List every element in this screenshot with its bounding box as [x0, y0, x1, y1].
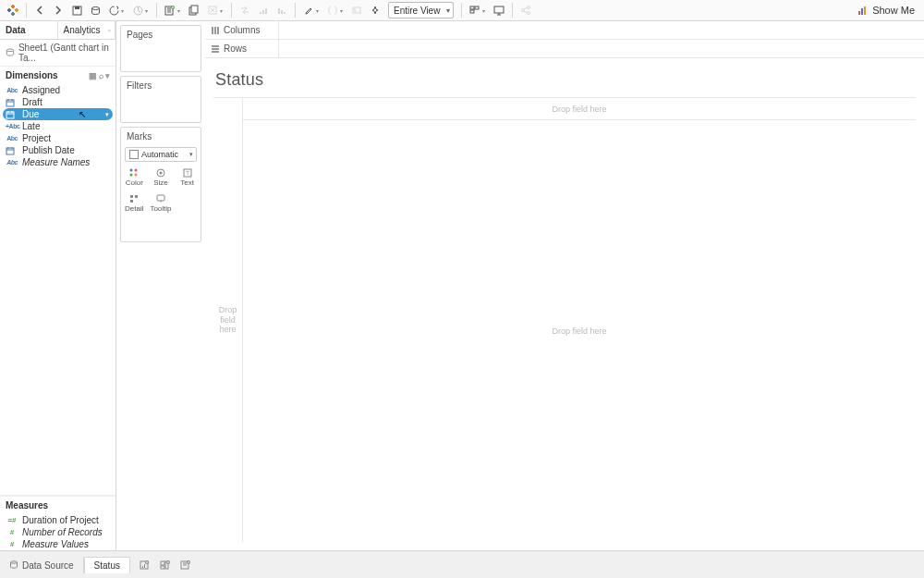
tableau-logo-icon[interactable] — [4, 1, 22, 19]
columns-shelf[interactable]: Columns — [205, 21, 924, 40]
cards-icon[interactable] — [466, 1, 484, 19]
svg-rect-47 — [135, 195, 138, 198]
marks-color-button[interactable]: Color — [121, 164, 148, 190]
svg-rect-36 — [6, 112, 14, 118]
field-late[interactable]: +AbcLate — [0, 120, 116, 132]
svg-rect-1 — [11, 6, 15, 7]
auto-update-icon[interactable] — [104, 1, 123, 19]
sort-desc-icon — [273, 1, 291, 19]
svg-rect-33 — [864, 6, 866, 15]
field-draft[interactable]: Draft — [0, 96, 116, 108]
svg-rect-58 — [142, 566, 143, 568]
svg-rect-51 — [214, 27, 216, 34]
toolbar: ▾ ▾ ▾ ▾ ▾ ▾ Entire View ▾ Show Me — [0, 0, 924, 21]
marks-detail-button[interactable]: Detail — [121, 190, 148, 215]
svg-rect-32 — [861, 8, 863, 15]
filters-shelf[interactable]: Filters — [120, 76, 201, 123]
swap-icon — [236, 1, 254, 19]
svg-rect-5 — [8, 8, 10, 12]
columns-icon — [211, 26, 220, 35]
labels-icon — [347, 1, 366, 19]
svg-rect-20 — [278, 8, 280, 14]
search-icon[interactable]: ⌕ — [99, 71, 103, 80]
drop-center-area[interactable]: Drop field here — [243, 120, 916, 542]
tab-data[interactable]: Data — [0, 21, 58, 39]
dropdown-icon[interactable]: ▾ — [316, 7, 323, 14]
field-measure-names[interactable]: AbcMeasure Names — [0, 156, 116, 168]
sheet-tab-status[interactable]: Status — [84, 557, 130, 573]
field-number-of-records[interactable]: #Number of Records — [0, 526, 116, 538]
pin-icon[interactable] — [366, 1, 384, 19]
run-icon — [128, 1, 147, 19]
marks-card: Marks Automatic Color Size T — [120, 127, 201, 242]
new-data-icon[interactable] — [86, 1, 104, 19]
automatic-mark-icon — [129, 150, 139, 159]
svg-rect-23 — [353, 7, 360, 13]
rows-shelf[interactable]: Rows — [205, 40, 924, 58]
detail-icon — [128, 193, 140, 204]
size-icon — [155, 167, 166, 178]
show-me-button[interactable]: Show Me — [852, 5, 920, 16]
marks-type-select[interactable]: Automatic — [125, 147, 197, 162]
svg-rect-54 — [212, 48, 219, 50]
pages-shelf[interactable]: Pages — [120, 25, 201, 72]
datasource-item[interactable]: Sheet1 (Gantt chart in Ta... — [0, 40, 116, 66]
back-icon[interactable] — [30, 1, 49, 19]
field-due[interactable]: Due↖ — [3, 108, 113, 120]
field-project[interactable]: AbcProject — [0, 132, 116, 144]
dropdown-icon[interactable]: ▾ — [177, 7, 185, 14]
sheet-tabs-bar: Data Source Status — [0, 550, 924, 578]
dimensions-header: Dimensions ▦ ⌕ ▾ — [0, 66, 116, 84]
svg-rect-21 — [281, 10, 283, 14]
new-worksheet-icon[interactable] — [161, 1, 179, 19]
text-icon: T — [182, 167, 193, 178]
svg-text:T: T — [186, 170, 189, 176]
menu-icon[interactable]: ▾ — [105, 71, 110, 80]
dropdown-icon[interactable]: ▾ — [121, 7, 128, 14]
svg-rect-55 — [212, 51, 219, 53]
drop-hint-label: Dropfieldhere — [219, 305, 237, 335]
svg-rect-7 — [16, 8, 18, 12]
group-icon — [323, 1, 342, 19]
highlight-icon[interactable] — [299, 1, 318, 19]
view-icon[interactable]: ▦ — [89, 71, 97, 80]
presentation-icon[interactable] — [490, 1, 508, 19]
measures-header: Measures — [0, 496, 116, 514]
svg-point-10 — [91, 6, 99, 9]
new-story-icon[interactable] — [178, 559, 191, 572]
svg-point-41 — [135, 173, 138, 176]
field-measure-values[interactable]: #Measure Values — [0, 538, 116, 550]
save-icon[interactable] — [67, 1, 86, 19]
data-pane: Data Analytics◦ Sheet1 (Gantt chart in T… — [0, 21, 116, 550]
svg-point-40 — [130, 173, 133, 176]
data-source-tab[interactable]: Data Source — [0, 557, 84, 573]
field-assigned[interactable]: AbcAssigned — [0, 84, 116, 96]
svg-rect-19 — [265, 8, 267, 14]
marks-tooltip-button[interactable]: Tooltip — [148, 190, 175, 215]
svg-rect-22 — [284, 12, 286, 14]
svg-rect-59 — [144, 564, 145, 568]
svg-rect-15 — [191, 6, 198, 13]
share-icon — [517, 1, 535, 19]
datasource-icon — [9, 560, 18, 570]
sheet-title[interactable]: Status — [213, 67, 916, 97]
drop-columns-area[interactable]: Drop field here — [243, 98, 916, 120]
field-duration-of-project[interactable]: =#Duration of Project — [0, 514, 116, 526]
forward-icon[interactable] — [49, 1, 67, 19]
marks-drop-area[interactable] — [121, 215, 201, 241]
drop-rows-area[interactable]: Dropfieldhere — [213, 98, 243, 542]
new-worksheet-icon[interactable] — [138, 559, 151, 572]
new-dashboard-icon[interactable] — [158, 559, 171, 572]
svg-point-56 — [11, 561, 18, 563]
svg-rect-24 — [470, 6, 474, 9]
marks-size-button[interactable]: Size — [148, 164, 175, 190]
worksheet-canvas: Columns Rows Status Dropfieldhere Drop f… — [205, 21, 924, 550]
tab-analytics[interactable]: Analytics◦ — [58, 21, 116, 39]
field-publish-date[interactable]: Publish Date — [0, 144, 116, 156]
dropdown-icon[interactable]: ▾ — [482, 7, 490, 14]
svg-point-34 — [6, 49, 13, 52]
duplicate-icon[interactable] — [185, 1, 203, 19]
marks-text-button[interactable]: T Text — [174, 164, 201, 190]
sort-asc-icon — [254, 1, 273, 19]
fit-select[interactable]: Entire View — [388, 2, 454, 18]
